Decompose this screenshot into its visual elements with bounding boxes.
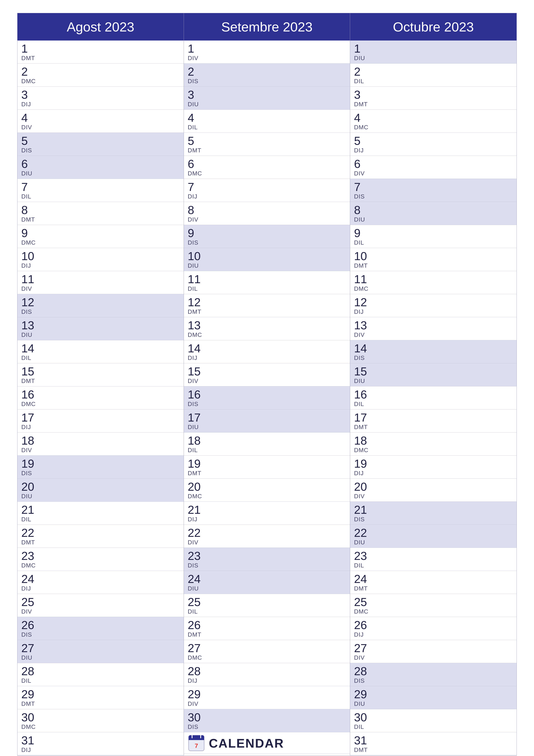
day-number: 23 — [188, 550, 346, 562]
day-cell-0-22: 22DMT — [17, 525, 184, 548]
day-name: DMC — [188, 332, 346, 338]
day-number: 5 — [188, 135, 346, 147]
day-cell-empty: 7 CALENDAR — [184, 732, 350, 754]
day-number: 6 — [188, 158, 346, 170]
day-name: DIJ — [21, 424, 180, 431]
day-cell-2-27: 27DIV — [350, 640, 517, 663]
day-cell-2-10: 10DMT — [350, 248, 517, 271]
day-cell-0-23: 23DMC — [17, 548, 184, 571]
day-cell-0-10: 10DIJ — [17, 248, 184, 271]
day-cell-2-12: 12DIJ — [350, 294, 517, 317]
day-name: DIV — [354, 170, 513, 177]
day-name: DMT — [21, 55, 180, 62]
day-cell-0-11: 11DIV — [17, 271, 184, 294]
svg-text:7: 7 — [195, 742, 198, 749]
day-number: 18 — [21, 435, 180, 446]
day-number: 17 — [188, 412, 346, 423]
day-cell-1-29: 29DIV — [184, 686, 350, 709]
day-name: DIU — [188, 262, 346, 269]
day-name: DIU — [354, 378, 513, 385]
day-cell-2-4: 4DMC — [350, 110, 517, 133]
day-number: 10 — [21, 250, 180, 262]
day-number: 7 — [354, 181, 513, 193]
day-number: 28 — [21, 665, 180, 677]
day-cell-1-1: 1DIV — [184, 40, 350, 64]
day-name: DIU — [21, 170, 180, 177]
day-cell-0-28: 28DIL — [17, 663, 184, 686]
day-name: DIL — [21, 516, 180, 523]
day-cell-2-13: 13DIV — [350, 317, 517, 340]
day-name: DIL — [354, 723, 513, 730]
day-number: 24 — [354, 573, 513, 585]
day-cell-2-18: 18DMC — [350, 433, 517, 456]
day-number: 22 — [21, 527, 180, 539]
day-number: 16 — [354, 389, 513, 400]
day-cell-2-17: 17DMT — [350, 410, 517, 433]
day-number: 29 — [21, 688, 180, 700]
day-name: DIV — [21, 124, 180, 131]
day-cell-2-21: 21DIS — [350, 502, 517, 525]
day-number: 15 — [354, 365, 513, 377]
day-name: DMT — [188, 147, 346, 154]
calendar-logo-icon: 7 — [188, 735, 205, 752]
day-name: DIS — [188, 78, 346, 85]
days-grid: 1DMT2DMC3DIJ4DIV5DIS6DIU7DIL8DMT9DMC10DI… — [17, 40, 517, 755]
day-number: 24 — [188, 573, 346, 585]
day-cell-2-24: 24DMT — [350, 571, 517, 594]
day-number: 24 — [21, 573, 180, 585]
day-number: 15 — [188, 365, 346, 377]
day-name: DIV — [188, 700, 346, 707]
day-number: 7 — [188, 181, 346, 193]
day-cell-2-7: 7DIS — [350, 179, 517, 202]
day-number: 19 — [21, 458, 180, 470]
day-number: 23 — [21, 550, 180, 562]
day-number: 18 — [188, 435, 346, 446]
month-header-1: Setembre 2023 — [184, 13, 350, 40]
day-cell-1-23: 23DIS — [184, 548, 350, 571]
day-cell-2-8: 8DIU — [350, 202, 517, 225]
day-number: 3 — [354, 89, 513, 100]
day-number: 19 — [188, 458, 346, 470]
day-name: DIU — [21, 654, 180, 661]
day-number: 3 — [188, 89, 346, 100]
day-name: DIL — [188, 285, 346, 292]
day-cell-1-12: 12DMT — [184, 294, 350, 317]
day-number: 28 — [188, 665, 346, 677]
day-cell-1-10: 10DIU — [184, 248, 350, 271]
day-cell-1-15: 15DIV — [184, 363, 350, 387]
day-name: DMC — [188, 654, 346, 661]
day-cell-0-27: 27DIU — [17, 640, 184, 663]
day-name: DIU — [354, 700, 513, 707]
day-cell-2-25: 25DMC — [350, 594, 517, 617]
day-name: DIL — [354, 562, 513, 569]
day-name: DIV — [188, 216, 346, 223]
day-cell-2-6: 6DIV — [350, 156, 517, 179]
day-name: DIJ — [188, 193, 346, 200]
day-name: DIU — [354, 539, 513, 546]
day-cell-1-27: 27DMC — [184, 640, 350, 663]
day-name: DIS — [21, 309, 180, 315]
day-number: 25 — [188, 596, 346, 608]
day-number: 30 — [21, 712, 180, 723]
day-number: 13 — [354, 319, 513, 331]
day-cell-1-20: 20DMC — [184, 479, 350, 502]
day-number: 28 — [354, 665, 513, 677]
day-name: DMT — [354, 585, 513, 592]
day-name: DIL — [354, 239, 513, 246]
day-cell-1-30: 30DIS — [184, 709, 350, 732]
day-name: DMT — [188, 470, 346, 477]
day-number: 22 — [354, 527, 513, 539]
day-name: DIU — [354, 216, 513, 223]
day-number: 12 — [354, 296, 513, 308]
day-name: DMC — [354, 447, 513, 454]
day-name: DIJ — [21, 262, 180, 269]
day-number: 5 — [21, 135, 180, 147]
day-name: DIJ — [354, 631, 513, 638]
day-cell-0-15: 15DMT — [17, 363, 184, 387]
day-cell-2-2: 2DIL — [350, 64, 517, 87]
day-number: 4 — [21, 112, 180, 123]
day-number: 20 — [354, 481, 513, 493]
day-number: 10 — [188, 250, 346, 262]
day-cell-2-14: 14DIS — [350, 340, 517, 363]
day-cell-0-30: 30DMC — [17, 709, 184, 732]
